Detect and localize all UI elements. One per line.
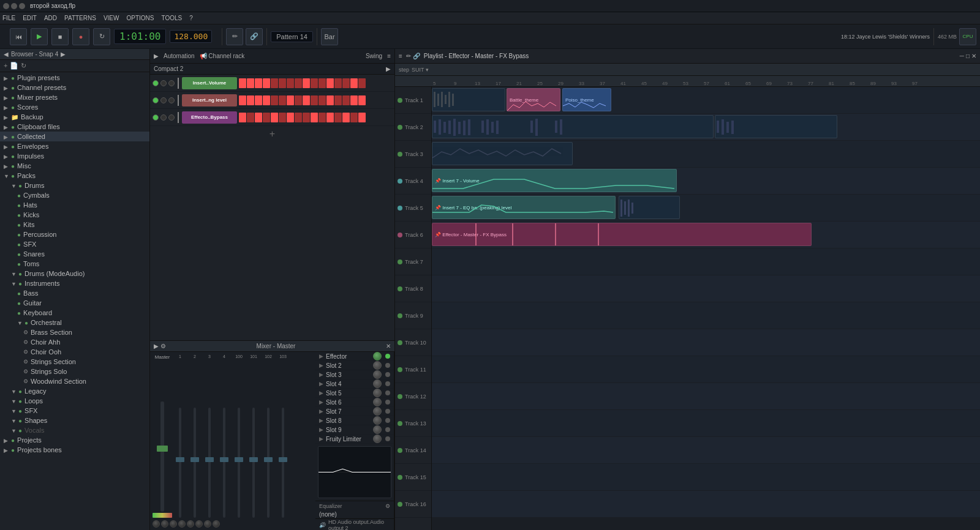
pad[interactable] xyxy=(271,113,278,122)
pad[interactable] xyxy=(326,113,334,122)
playlist-close[interactable]: ✕ xyxy=(971,53,976,59)
pad[interactable] xyxy=(263,113,270,122)
pad[interactable] xyxy=(318,113,326,122)
fx-slot-7[interactable]: ▶ Slot 7 xyxy=(315,407,394,416)
pad[interactable] xyxy=(255,113,262,122)
channel-drag-handle[interactable] xyxy=(178,95,179,106)
send-knob[interactable] xyxy=(153,520,160,528)
output-label[interactable]: HD Audio output.Audio output 2 xyxy=(328,519,390,530)
record-button[interactable]: ● xyxy=(72,28,89,45)
sidebar-item-channel-presets[interactable]: ▶ ● Channel presets xyxy=(0,83,149,92)
sidebar-item-plugin-presets[interactable]: ▶ ● Plugin presets xyxy=(0,73,149,83)
sidebar-item-loops[interactable]: ▼ ● Loops xyxy=(0,396,149,406)
channel-solo-btn[interactable] xyxy=(168,80,175,86)
fader-thumb[interactable] xyxy=(279,457,287,462)
channel-solo-btn[interactable] xyxy=(168,97,175,103)
sidebar-item-drums-modeaudio[interactable]: ▼ ● Drums (ModeAudio) xyxy=(0,269,149,278)
fader-thumb[interactable] xyxy=(264,457,273,462)
fader-track[interactable] xyxy=(282,408,284,518)
clip[interactable]: Poiso_theme xyxy=(562,88,611,111)
fx-slot-8[interactable]: ▶ Slot 8 xyxy=(315,416,394,425)
master-fader-track[interactable] xyxy=(160,401,164,512)
track-label-8[interactable]: Track 8 xyxy=(395,275,431,302)
fader-thumb[interactable] xyxy=(235,457,243,462)
sidebar-refresh[interactable]: ↻ xyxy=(21,62,26,70)
pad[interactable] xyxy=(311,78,318,88)
track-row-5[interactable]: 📌 Insert 7 - EQ ba..(peaking) level xyxy=(432,195,980,222)
fader-thumb[interactable] xyxy=(249,457,258,462)
fader-track[interactable] xyxy=(238,408,240,518)
send-knob[interactable] xyxy=(170,520,177,528)
pad[interactable] xyxy=(334,95,342,105)
track-row-2[interactable] xyxy=(432,114,980,141)
sidebar-item-cymbals[interactable]: ● Cymbals xyxy=(0,190,149,200)
stop-button[interactable]: ■ xyxy=(51,28,69,45)
track-label-13[interactable]: Track 13 xyxy=(395,410,431,437)
fader-track[interactable] xyxy=(208,408,211,518)
channel-active-btn[interactable] xyxy=(153,97,159,103)
channel-drag-handle[interactable] xyxy=(178,112,179,123)
fx-knob[interactable] xyxy=(373,416,382,425)
sidebar-item-mixer-presets[interactable]: ▶ ● Mixer presets xyxy=(0,92,149,102)
fx-slot-effector[interactable]: ▶ Effector xyxy=(315,352,394,361)
fx-knob[interactable] xyxy=(373,361,382,370)
mixer-close[interactable]: ✕ xyxy=(386,343,391,349)
track-label-4[interactable]: Track 4 xyxy=(395,168,431,195)
track-row-1[interactable]: Battle_theme Poiso_theme xyxy=(432,87,980,114)
sidebar-item-woodwind-section[interactable]: ⚙ Woodwind Section xyxy=(0,376,149,386)
sidebar-item-impulses[interactable]: ▶ ● Impulses xyxy=(0,151,149,161)
menu-tools[interactable]: TOOLS xyxy=(161,15,182,21)
channel-mute-btn[interactable] xyxy=(160,80,167,86)
fader-track[interactable] xyxy=(223,408,225,518)
pad[interactable] xyxy=(318,95,326,105)
track-label-1[interactable]: Track 1 xyxy=(395,87,431,114)
send-knob[interactable] xyxy=(195,520,203,528)
track-row-6[interactable]: 📌 Effector - Master - FX Bypass xyxy=(432,222,980,248)
fx-slot-6[interactable]: ▶ Slot 6 xyxy=(315,398,394,407)
pad[interactable] xyxy=(287,113,294,122)
channel-solo-btn[interactable] xyxy=(168,114,175,121)
send-knob[interactable] xyxy=(161,520,168,528)
sidebar-item-instruments[interactable]: ▼ ● Instruments xyxy=(0,278,149,288)
track-row-11[interactable] xyxy=(432,356,980,383)
sidebar-item-legacy[interactable]: ▼ ● Legacy xyxy=(0,386,149,396)
sidebar-item-scores[interactable]: ▶ ● Scores xyxy=(0,102,149,112)
sidebar-item-envelopes[interactable]: ▶ ● Envelopes xyxy=(0,141,149,151)
clip[interactable] xyxy=(432,115,714,138)
channel-name[interactable]: Insert..ng level xyxy=(182,94,237,106)
sidebar-item-brass-section[interactable]: ⚙ Brass Section xyxy=(0,327,149,337)
sidebar-item-shapes[interactable]: ▼ ● Shapes xyxy=(0,416,149,425)
sidebar-item-sfx[interactable]: ● SFX xyxy=(0,239,149,249)
fx-knob[interactable] xyxy=(373,379,382,388)
clip[interactable]: 📌 Insert 7 - EQ ba..(peaking) level xyxy=(432,196,616,219)
add-channel-button[interactable]: + xyxy=(150,126,394,142)
pad[interactable] xyxy=(358,113,366,122)
pad[interactable] xyxy=(295,95,302,105)
playlist-link-icon[interactable]: 🔗 xyxy=(413,53,420,59)
step-mode[interactable]: step xyxy=(399,67,409,73)
send-knob[interactable] xyxy=(204,520,211,528)
pattern-display[interactable]: Pattern 14 xyxy=(271,31,313,42)
sidebar-item-strings-section[interactable]: ⚙ Strings Section xyxy=(0,357,149,367)
pad[interactable] xyxy=(303,95,310,105)
channel-active-btn[interactable] xyxy=(153,80,159,86)
fader-thumb[interactable] xyxy=(220,457,228,462)
fader-track[interactable] xyxy=(267,408,270,518)
sidebar-item-collected[interactable]: ▶ ● Collected xyxy=(0,132,149,141)
pad[interactable] xyxy=(255,95,262,105)
pad[interactable] xyxy=(239,95,246,105)
channel-drag-handle[interactable] xyxy=(178,78,179,89)
fx-knob[interactable] xyxy=(373,389,382,397)
sidebar-item-misc[interactable]: ▶ ● Misc xyxy=(0,161,149,171)
track-label-6[interactable]: Track 6 xyxy=(395,222,431,248)
track-row-10[interactable] xyxy=(432,329,980,356)
sidebar-item-percussion[interactable]: ● Percussion xyxy=(0,230,149,239)
sidebar-item-hats[interactable]: ● Hats xyxy=(0,200,149,210)
sidebar-item-projects[interactable]: ▶ ● Projects xyxy=(0,435,149,445)
pad[interactable] xyxy=(263,95,270,105)
fx-slot-5[interactable]: ▶ Slot 5 xyxy=(315,389,394,398)
pad[interactable] xyxy=(247,95,254,105)
track-row-13[interactable] xyxy=(432,410,980,437)
pad[interactable] xyxy=(311,95,318,105)
track-row-3[interactable] xyxy=(432,141,980,168)
